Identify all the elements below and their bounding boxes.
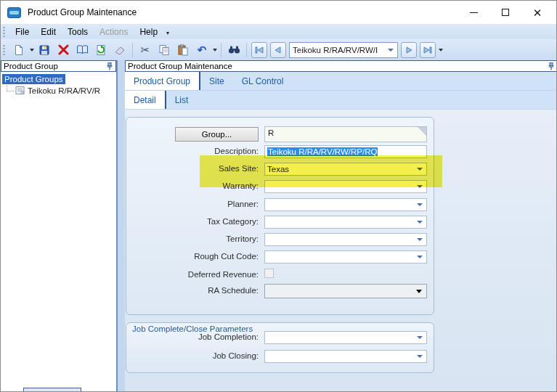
- new-dropdown-arrow[interactable]: [28, 41, 35, 59]
- undo-dropdown-arrow[interactable]: [211, 41, 218, 59]
- toolbar: ✂ ↶: [1, 39, 556, 60]
- sales-site-combo[interactable]: Texas: [264, 163, 427, 176]
- menu-actions: Actions: [94, 25, 134, 38]
- tab-site[interactable]: Site: [200, 72, 233, 90]
- search-book-button[interactable]: [73, 41, 92, 59]
- close-icon: ✕: [533, 7, 542, 18]
- first-record-icon: [255, 46, 264, 54]
- save-button[interactable]: [35, 41, 54, 59]
- menu-help[interactable]: Help: [134, 25, 163, 38]
- next-record-button[interactable]: [401, 42, 417, 58]
- job-parameters-group-box: Job Complete/Close Parameters: [126, 322, 434, 373]
- sub-tabstrip: Detail List: [125, 91, 557, 110]
- next-record-icon: [405, 46, 412, 54]
- record-selector-combo[interactable]: Teikoku R/RA/RV/RW/I: [289, 42, 398, 58]
- undo-button[interactable]: ↶: [192, 41, 211, 59]
- first-record-button[interactable]: [251, 42, 267, 58]
- minimize-icon: [470, 12, 478, 13]
- last-record-icon: [423, 46, 432, 54]
- tree-node-product-groups[interactable]: Product Groups: [2, 74, 65, 84]
- warranty-combo[interactable]: [264, 180, 427, 193]
- deferred-revenue-checkbox[interactable]: [264, 269, 274, 278]
- tab-detail[interactable]: Detail: [125, 91, 165, 109]
- description-input[interactable]: Teikoku R/RA/RV/RW/RP/RQ: [264, 145, 427, 158]
- maximize-icon: [502, 9, 509, 16]
- window-title: Product Group Maintenance: [28, 7, 137, 17]
- tab-product-group[interactable]: Product Group: [125, 72, 199, 90]
- app-icon: [7, 7, 21, 18]
- title-bar: Product Group Maintenance ✕: [1, 1, 556, 24]
- tree-node-label: Teikoku R/RA/RV/R: [28, 86, 100, 95]
- find-button[interactable]: [224, 41, 243, 59]
- planner-combo[interactable]: [264, 198, 427, 211]
- folded-corner-decoration: [418, 127, 426, 136]
- job-completion-label: Job Completion:: [125, 332, 261, 341]
- open-book-icon: [76, 44, 89, 55]
- warranty-label: Warranty:: [125, 181, 261, 190]
- territory-label: Territory:: [125, 234, 261, 243]
- chevron-down-icon: [417, 355, 423, 358]
- partial-bottom-button[interactable]: [23, 388, 81, 392]
- chevron-down-icon: [417, 185, 423, 188]
- app-window: Product Group Maintenance ✕ File Edit To…: [0, 0, 557, 392]
- group-key-field: R: [264, 126, 427, 142]
- paste-icon: [177, 44, 189, 56]
- group-value: R: [265, 127, 426, 139]
- menu-overflow-icon[interactable]: ▾: [163, 30, 172, 36]
- tree-panel-header: Product Group: [1, 60, 116, 72]
- paste-button[interactable]: [174, 41, 192, 59]
- main-panel-title: Product Group Maintenance: [128, 62, 548, 70]
- minimize-button[interactable]: [458, 1, 489, 24]
- job-closing-combo[interactable]: [264, 350, 427, 363]
- chevron-down-icon: [417, 221, 423, 224]
- new-button[interactable]: [9, 41, 28, 59]
- pin-icon[interactable]: [548, 62, 555, 71]
- previous-record-button[interactable]: [270, 42, 286, 58]
- ra-schedule-label: RA Schedule:: [125, 286, 261, 295]
- product-group-tree: Product Groups Teikoku R/RA/RV/R: [1, 72, 116, 95]
- tree-panel-title: Product Group: [4, 62, 106, 70]
- refresh-button[interactable]: [92, 41, 110, 59]
- maximize-button[interactable]: [489, 1, 521, 24]
- main-tabstrip: Product Group Site GL Control: [125, 72, 557, 91]
- sales-site-value: Texas: [265, 165, 417, 173]
- menu-edit[interactable]: Edit: [35, 25, 62, 38]
- menu-bar: File Edit Tools Actions Help ▾: [1, 24, 556, 39]
- delete-button[interactable]: [54, 41, 73, 59]
- menu-grip[interactable]: [3, 27, 5, 37]
- group-lookup-button[interactable]: Group...: [175, 127, 259, 142]
- product-group-item-icon: [15, 86, 25, 95]
- toolbar-overflow-arrow[interactable]: [437, 41, 444, 59]
- last-record-button[interactable]: [420, 42, 436, 58]
- rough-cut-code-combo[interactable]: [264, 250, 427, 264]
- cut-icon: ✂: [141, 44, 150, 57]
- copy-button[interactable]: [155, 41, 174, 59]
- binoculars-icon: [228, 45, 240, 54]
- ra-schedule-combo[interactable]: [264, 284, 427, 298]
- job-completion-combo[interactable]: [264, 331, 427, 344]
- tree-node-teikoku[interactable]: Teikoku R/RA/RV/R: [7, 86, 116, 95]
- tab-gl-control[interactable]: GL Control: [233, 72, 293, 90]
- tab-list[interactable]: List: [166, 91, 198, 109]
- menu-file[interactable]: File: [9, 25, 35, 38]
- deferred-revenue-label: Deferred Revenue:: [125, 270, 261, 279]
- sales-site-label: Sales Site:: [125, 164, 261, 173]
- description-selected-text: Teikoku R/RA/RV/RW/RP/RQ: [267, 147, 378, 156]
- tax-category-combo[interactable]: [264, 216, 427, 229]
- previous-record-icon: [275, 46, 282, 54]
- record-selector-value: Teikoku R/RA/RV/RW/I: [290, 46, 388, 54]
- cut-button[interactable]: ✂: [136, 41, 155, 59]
- menu-tools[interactable]: Tools: [62, 25, 94, 38]
- save-icon: [38, 44, 50, 56]
- planner-label: Planner:: [125, 200, 261, 208]
- eraser-icon: [114, 45, 126, 55]
- toolbar-separator: [221, 43, 221, 57]
- close-button[interactable]: ✕: [521, 1, 553, 24]
- tax-category-label: Tax Category:: [125, 217, 261, 226]
- territory-combo[interactable]: [264, 233, 427, 246]
- copy-icon: [158, 44, 170, 56]
- main-panel-header: Product Group Maintenance: [125, 60, 557, 72]
- toolbar-grip[interactable]: [3, 45, 5, 55]
- pin-icon[interactable]: [106, 62, 113, 71]
- clear-button[interactable]: [110, 41, 129, 59]
